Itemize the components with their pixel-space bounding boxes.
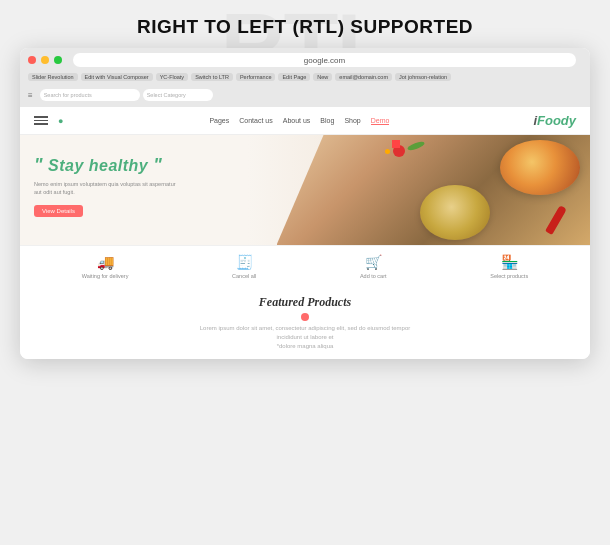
feature-delivery: 🚚 Waiting for delivery bbox=[82, 254, 129, 279]
minimize-button[interactable] bbox=[41, 56, 49, 64]
nav-item-shop[interactable]: Shop bbox=[344, 117, 360, 125]
hero-banner: " Stay healthy " Nemo enim ipsum volupta… bbox=[20, 135, 590, 245]
toolbar-item-1[interactable]: Slider Revolution bbox=[28, 73, 78, 81]
feature-cart: 🛒 Add to cart bbox=[360, 254, 387, 279]
logo-text: Foody bbox=[537, 113, 576, 128]
hero-subtext: Nemo enim ipsum voluptatem quia voluptas… bbox=[34, 180, 184, 197]
browser-titlebar: google.com bbox=[28, 53, 582, 67]
toolbar-user-name: Jot johnson-relation bbox=[395, 73, 451, 81]
toolbar-item-5[interactable]: Performance bbox=[236, 73, 276, 81]
browser-window: google.com Slider Revolution Edit with V… bbox=[20, 48, 590, 359]
site-nav-menu: Pages Contact us About us Blog Shop Demo bbox=[209, 117, 389, 125]
feature-products: 🏪 Select products bbox=[490, 254, 528, 279]
hero-content: " Stay healthy " Nemo enim ipsum volupta… bbox=[34, 155, 184, 217]
close-button[interactable] bbox=[28, 56, 36, 64]
quote-close: " bbox=[153, 155, 162, 175]
nav-item-contact[interactable]: Contact us bbox=[239, 117, 272, 125]
cancel-icon: 🧾 bbox=[236, 254, 253, 270]
spice-decor bbox=[385, 149, 390, 154]
site-logo: iFoody bbox=[533, 113, 576, 128]
quote-open: " bbox=[34, 155, 43, 175]
hero-cta-button[interactable]: View Details bbox=[34, 205, 83, 217]
featured-title: Featured Products bbox=[34, 295, 576, 310]
cart-icon: 🛒 bbox=[365, 254, 382, 270]
feature-cancel: 🧾 Cancel all bbox=[232, 254, 256, 279]
feature-cart-label: Add to cart bbox=[360, 273, 387, 279]
nav-item-about[interactable]: About us bbox=[283, 117, 311, 125]
url-bar[interactable]: google.com bbox=[73, 53, 576, 67]
features-bar: 🚚 Waiting for delivery 🧾 Cancel all 🛒 Ad… bbox=[20, 245, 590, 287]
hamburger-menu[interactable] bbox=[34, 116, 48, 125]
food-bowl-1 bbox=[500, 140, 580, 195]
toolbar-item-2[interactable]: Edit with Visual Composer bbox=[81, 73, 153, 81]
nav-item-demo[interactable]: Demo bbox=[371, 117, 390, 125]
toolbar-user-email: email@domain.com bbox=[335, 73, 392, 81]
toolbar-item-6[interactable]: Edit Page bbox=[278, 73, 310, 81]
nav-icon: ● bbox=[58, 116, 63, 126]
featured-subtitle-2: *dolore magna aliqua bbox=[195, 342, 415, 351]
hero-quote-text: Stay healthy bbox=[48, 157, 148, 174]
maximize-button[interactable] bbox=[54, 56, 62, 64]
toolbar-item-4[interactable]: Switch to LTR bbox=[191, 73, 233, 81]
toolbar-item-7[interactable]: New bbox=[313, 73, 332, 81]
site-nav-left: ● bbox=[34, 116, 65, 126]
nav-item-pages[interactable]: Pages bbox=[209, 117, 229, 125]
site-nav: ● Pages Contact us About us Blog Shop De… bbox=[20, 107, 590, 135]
page-title: RIGHT TO LEFT (RTL) SUPPORTED bbox=[10, 16, 600, 38]
category-select[interactable]: Select Category bbox=[143, 89, 213, 101]
browser-chrome: google.com Slider Revolution Edit with V… bbox=[20, 48, 590, 107]
search-placeholder: Search for products bbox=[44, 92, 92, 98]
hero-quote: " Stay healthy " bbox=[34, 155, 184, 176]
delivery-icon: 🚚 bbox=[97, 254, 114, 270]
featured-dot-divider bbox=[301, 313, 309, 321]
feature-products-label: Select products bbox=[490, 273, 528, 279]
tomato-2 bbox=[392, 140, 400, 148]
toolbar-item-3[interactable]: YC-Floaty bbox=[156, 73, 188, 81]
feature-cancel-label: Cancel all bbox=[232, 273, 256, 279]
food-bowl-2 bbox=[420, 185, 490, 240]
feature-delivery-label: Waiting for delivery bbox=[82, 273, 129, 279]
products-icon: 🏪 bbox=[501, 254, 518, 270]
nav-item-blog[interactable]: Blog bbox=[320, 117, 334, 125]
browser-toolbar: Slider Revolution Edit with Visual Compo… bbox=[28, 70, 582, 84]
featured-products-section: Featured Products Lorem ipsum dolor sit … bbox=[20, 287, 590, 359]
search-input[interactable]: Search for products bbox=[40, 89, 140, 101]
browser-search-bar: ≡ Search for products Select Category bbox=[28, 88, 582, 102]
category-placeholder: Select Category bbox=[147, 92, 186, 98]
url-text: google.com bbox=[304, 56, 345, 65]
featured-subtitle-1: Lorem ipsum dolor sit amet, consectetur … bbox=[195, 324, 415, 342]
